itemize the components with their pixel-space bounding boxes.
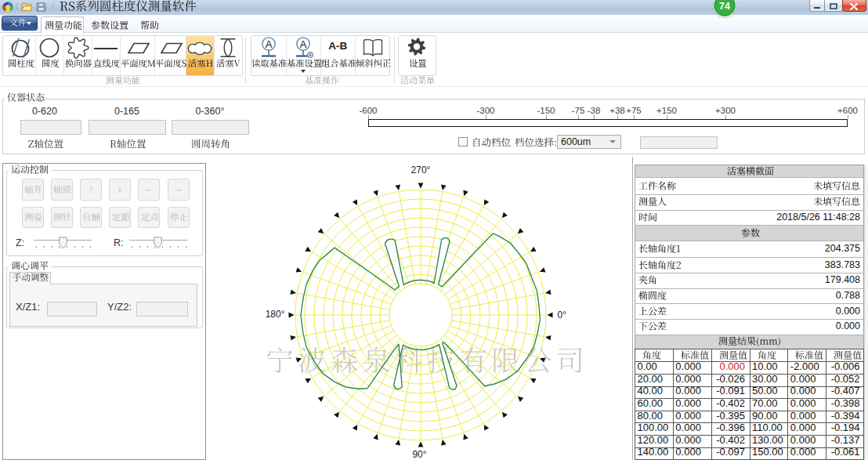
svg-text:A: A [300,38,307,50]
svg-text:74: 74 [719,1,730,12]
svg-text:A: A [266,38,273,50]
